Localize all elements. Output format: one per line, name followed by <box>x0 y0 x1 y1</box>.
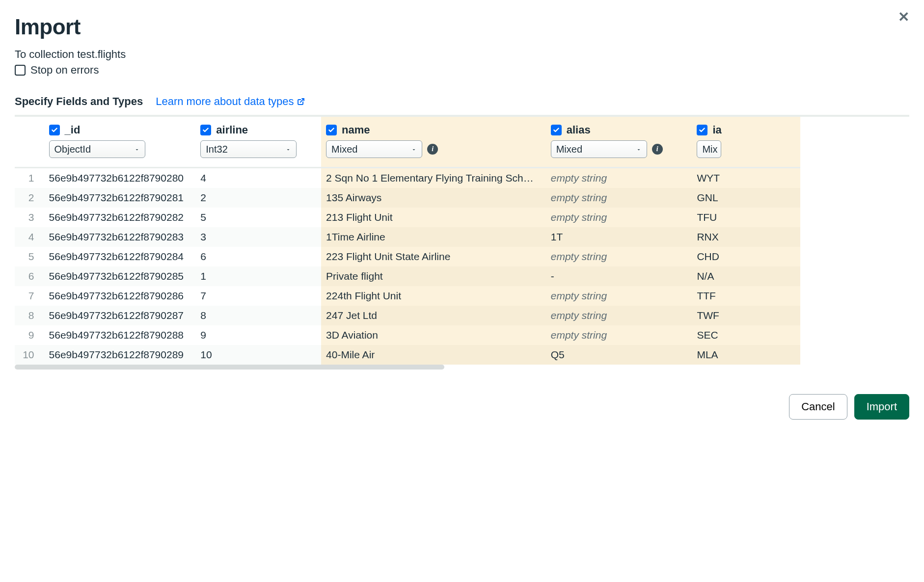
cell-airline: 7 <box>195 286 321 306</box>
cell-_id: 56e9b497732b6122f8790285 <box>44 266 196 286</box>
cell-_id: 56e9b497732b6122f8790282 <box>44 208 196 227</box>
cell-alias: empty string <box>546 325 692 345</box>
table-row: 856e9b497732b6122f87902878247 Jet Ltdemp… <box>15 306 800 325</box>
row-number: 10 <box>15 345 44 365</box>
external-link-icon <box>297 98 305 106</box>
column-include-checkbox-alias[interactable] <box>551 125 562 135</box>
horizontal-scrollbar-thumb[interactable] <box>15 365 444 370</box>
column-type-select-alias[interactable]: Mixed <box>551 140 647 158</box>
cell-airline: 10 <box>195 345 321 365</box>
chevron-down-icon <box>134 144 140 155</box>
cell-iata: MLA <box>692 345 800 365</box>
cell-airline: 4 <box>195 168 321 188</box>
column-header-name: name <box>342 124 370 136</box>
preview-table: _idObjectIdairlineInt32nameMixedialiasMi… <box>15 117 800 365</box>
table-row: 256e9b497732b6122f87902812135 Airwaysemp… <box>15 188 800 208</box>
column-include-checkbox-iata[interactable] <box>697 125 707 135</box>
column-include-checkbox-name[interactable] <box>326 125 337 135</box>
cell-name: Private flight <box>321 266 546 286</box>
column-type-select-iata[interactable]: Mix <box>697 140 721 158</box>
cell-_id: 56e9b497732b6122f8790289 <box>44 345 196 365</box>
cell-_id: 56e9b497732b6122f8790286 <box>44 286 196 306</box>
info-icon[interactable]: i <box>652 144 663 155</box>
learn-more-link[interactable]: Learn more about data types <box>156 95 304 108</box>
cancel-button[interactable]: Cancel <box>789 394 847 420</box>
cell-alias: empty string <box>546 247 692 266</box>
close-icon[interactable]: ✕ <box>898 9 909 25</box>
cell-_id: 56e9b497732b6122f8790281 <box>44 188 196 208</box>
column-type-value-airline: Int32 <box>206 144 227 155</box>
column-type-value-alias: Mixed <box>556 144 582 155</box>
cell-airline: 5 <box>195 208 321 227</box>
column-include-checkbox-_id[interactable] <box>49 125 60 135</box>
stop-on-errors-checkbox[interactable] <box>15 65 26 76</box>
row-number: 7 <box>15 286 44 306</box>
cell-name: 224th Flight Unit <box>321 286 546 306</box>
cell-_id: 56e9b497732b6122f8790288 <box>44 325 196 345</box>
import-button[interactable]: Import <box>854 394 909 420</box>
table-row: 556e9b497732b6122f87902846223 Flight Uni… <box>15 247 800 266</box>
cell-iata: RNX <box>692 227 800 247</box>
cell-airline: 8 <box>195 306 321 325</box>
cell-name: 135 Airways <box>321 188 546 208</box>
table-row: 656e9b497732b6122f87902851Private flight… <box>15 266 800 286</box>
cell-airline: 2 <box>195 188 321 208</box>
column-type-select-name[interactable]: Mixed <box>326 140 422 158</box>
row-number: 4 <box>15 227 44 247</box>
preview-table-wrap: _idObjectIdairlineInt32nameMixedialiasMi… <box>15 115 909 370</box>
table-row: 456e9b497732b6122f879028331Time Airline1… <box>15 227 800 247</box>
cell-iata: N/A <box>692 266 800 286</box>
cell-_id: 56e9b497732b6122f8790280 <box>44 168 196 188</box>
cell-iata: CHD <box>692 247 800 266</box>
table-row: 156e9b497732b6122f879028042 Sqn No 1 Ele… <box>15 168 800 188</box>
table-row: 956e9b497732b6122f879028893D Aviationemp… <box>15 325 800 345</box>
column-header-alias: alias <box>567 124 591 136</box>
cell-alias: empty string <box>546 286 692 306</box>
cell-name: 40-Mile Air <box>321 345 546 365</box>
horizontal-scrollbar[interactable] <box>15 364 909 370</box>
chevron-down-icon <box>285 144 291 155</box>
cell-iata: TTF <box>692 286 800 306</box>
column-type-value-name: Mixed <box>331 144 357 155</box>
info-icon[interactable]: i <box>427 144 438 155</box>
chevron-down-icon <box>636 144 642 155</box>
table-row: 1056e9b497732b6122f87902891040-Mile AirQ… <box>15 345 800 365</box>
stop-on-errors-label: Stop on errors <box>30 64 99 77</box>
column-header-iata: ia <box>712 124 721 136</box>
column-type-select-_id[interactable]: ObjectId <box>49 140 145 158</box>
cell-alias: Q5 <box>546 345 692 365</box>
learn-more-text: Learn more about data types <box>156 95 294 108</box>
row-number: 1 <box>15 168 44 188</box>
cell-_id: 56e9b497732b6122f8790284 <box>44 247 196 266</box>
row-number: 3 <box>15 208 44 227</box>
cell-name: 247 Jet Ltd <box>321 306 546 325</box>
cell-name: 223 Flight Unit State Airline <box>321 247 546 266</box>
target-collection-label: To collection test.flights <box>15 48 909 61</box>
chevron-down-icon <box>411 144 417 155</box>
row-number: 2 <box>15 188 44 208</box>
column-include-checkbox-airline[interactable] <box>200 125 211 135</box>
row-number: 6 <box>15 266 44 286</box>
cell-alias: empty string <box>546 168 692 188</box>
row-number: 8 <box>15 306 44 325</box>
cell-alias: empty string <box>546 188 692 208</box>
row-number: 9 <box>15 325 44 345</box>
cell-_id: 56e9b497732b6122f8790287 <box>44 306 196 325</box>
cell-_id: 56e9b497732b6122f8790283 <box>44 227 196 247</box>
cell-iata: SEC <box>692 325 800 345</box>
cell-iata: WYT <box>692 168 800 188</box>
specify-fields-label: Specify Fields and Types <box>15 95 143 108</box>
column-header-_id: _id <box>65 124 81 136</box>
cell-name: 213 Flight Unit <box>321 208 546 227</box>
cell-alias: 1T <box>546 227 692 247</box>
column-type-select-airline[interactable]: Int32 <box>200 140 297 158</box>
column-type-value-iata: Mix <box>702 144 717 155</box>
cell-alias: empty string <box>546 208 692 227</box>
cell-iata: TWF <box>692 306 800 325</box>
row-number: 5 <box>15 247 44 266</box>
table-row: 756e9b497732b6122f87902867224th Flight U… <box>15 286 800 306</box>
cell-iata: GNL <box>692 188 800 208</box>
page-title: Import <box>15 15 909 39</box>
cell-alias: empty string <box>546 306 692 325</box>
column-header-airline: airline <box>216 124 248 136</box>
